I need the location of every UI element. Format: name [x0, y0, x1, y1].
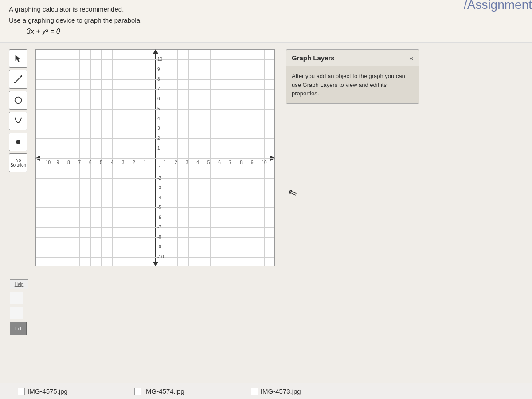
circle-icon	[13, 95, 23, 105]
x-tick-label: -4	[110, 160, 113, 165]
svg-point-1	[14, 82, 16, 84]
x-tick-label: -8	[66, 160, 70, 165]
instructions-block: A graphing calculator is recommended. Us…	[0, 0, 532, 43]
x-tick-label: 3	[186, 160, 188, 165]
graph-layers-panel: Graph Layers « After you add an object t…	[286, 49, 419, 104]
y-tick-label: 5	[157, 106, 160, 111]
y-tick-label: -7	[157, 225, 161, 230]
svg-line-0	[15, 76, 22, 83]
y-tick-label: 7	[157, 86, 160, 91]
y-tick-label: -6	[157, 215, 161, 220]
layers-body-text: After you add an object to the graph you…	[286, 66, 419, 103]
graph-toolbar: No Solution	[9, 49, 31, 266]
y-tick-label: 6	[157, 96, 160, 101]
aux-button-2[interactable]	[10, 307, 23, 319]
taskbar-item-3[interactable]: IMG-4573.jpg	[251, 387, 301, 395]
file-icon	[251, 388, 258, 395]
x-tick-label: -7	[77, 160, 81, 165]
parabola-icon	[13, 116, 23, 126]
help-button[interactable]: Help	[10, 279, 28, 289]
x-tick-label: 4	[196, 160, 199, 165]
y-tick-label: 9	[157, 67, 160, 72]
y-tick-label: 10	[157, 57, 162, 62]
x-tick-label: -2	[131, 160, 135, 165]
taskbar-file-1: IMG-4575.jpg	[27, 387, 68, 395]
y-tick-label: -2	[157, 176, 161, 180]
y-tick-label: 4	[157, 116, 160, 121]
x-tick-label: 6	[218, 160, 221, 165]
taskbar-file-3: IMG-4573.jpg	[261, 387, 301, 395]
graph-grid: -10-9-8-7-6-5-4-3-2-11234567891012345678…	[36, 50, 274, 266]
y-tick-label: -1	[157, 165, 161, 170]
instruction-line-2: Use a graphing device to graph the parab…	[9, 16, 523, 24]
y-tick-label: -3	[157, 185, 161, 190]
pointer-tool[interactable]	[9, 49, 27, 68]
svg-point-2	[21, 75, 23, 77]
y-tick-label: -9	[157, 244, 161, 249]
page-header-partial: /Assignment	[464, 0, 532, 12]
x-tick-label: -1	[142, 160, 146, 165]
x-tick-label: -9	[55, 160, 59, 165]
layers-title: Graph Layers	[292, 54, 335, 62]
point-icon	[16, 140, 20, 144]
taskbar-item-2[interactable]: IMG-4574.jpg	[134, 387, 184, 395]
formula: 3x + y² = 0	[9, 27, 523, 40]
line-icon	[13, 74, 23, 84]
no-solution-button[interactable]: No Solution	[9, 153, 27, 172]
x-tick-label: -10	[44, 160, 51, 165]
y-tick-label: -8	[157, 235, 161, 239]
circle-tool[interactable]	[9, 91, 27, 110]
x-tick-label: 8	[240, 160, 243, 165]
y-tick-label: 3	[157, 126, 160, 131]
y-tick-label: -4	[157, 195, 161, 200]
line-tool[interactable]	[9, 70, 27, 89]
x-tick-label: -3	[120, 160, 124, 165]
svg-point-3	[15, 97, 22, 104]
x-tick-label: -6	[88, 160, 92, 165]
instruction-line-1: A graphing calculator is recommended.	[9, 5, 523, 13]
x-tick-label: 7	[229, 160, 232, 165]
y-tick-label: -5	[157, 205, 161, 210]
taskbar-file-2: IMG-4574.jpg	[144, 387, 184, 395]
file-icon	[134, 388, 141, 395]
aux-button-1[interactable]	[10, 292, 23, 304]
main-area: No Solution -10-9-8-7-6-5-4-3-2-11234567…	[0, 43, 532, 266]
taskbar: IMG-4575.jpg IMG-4574.jpg IMG-4573.jpg	[0, 383, 532, 399]
x-tick-label: 5	[207, 160, 210, 165]
y-tick-label: 2	[157, 136, 160, 141]
pointer-icon	[13, 54, 23, 63]
x-tick-label: 2	[175, 160, 177, 165]
graph-canvas[interactable]: -10-9-8-7-6-5-4-3-2-11234567891012345678…	[35, 49, 275, 266]
x-tick-label: 9	[251, 160, 254, 165]
y-tick-label: -10	[157, 254, 164, 259]
y-tick-label: 8	[157, 77, 160, 82]
x-tick-label: 10	[262, 160, 266, 165]
fill-button[interactable]: Fill	[10, 322, 27, 335]
x-tick-label: 1	[164, 160, 167, 165]
collapse-button[interactable]: «	[410, 54, 413, 62]
file-icon	[18, 388, 25, 395]
point-tool[interactable]	[9, 133, 27, 151]
layers-header: Graph Layers «	[286, 50, 419, 66]
parabola-tool[interactable]	[9, 112, 27, 130]
x-tick-label: -5	[98, 160, 102, 165]
taskbar-item-1[interactable]: IMG-4575.jpg	[18, 387, 68, 395]
y-tick-label: 1	[157, 146, 160, 151]
